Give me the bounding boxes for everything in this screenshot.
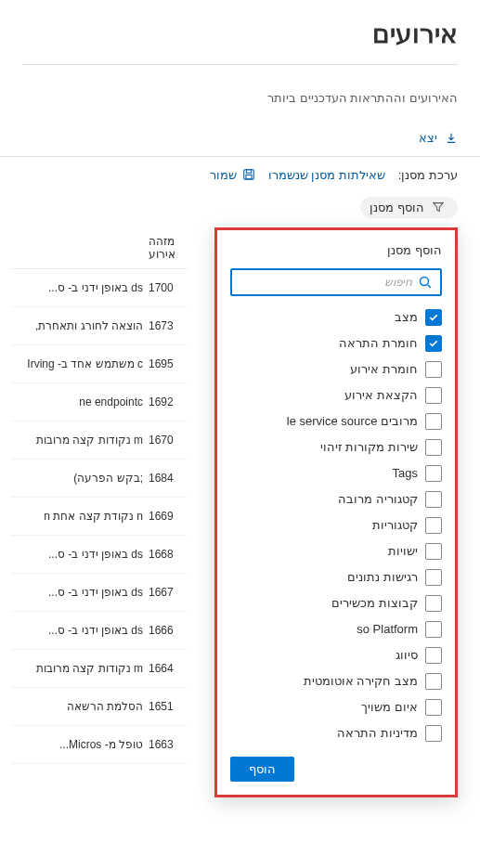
incident-name: ;בקש הפרעה) bbox=[11, 472, 143, 485]
add-filter-pill[interactable]: הוסף מסנן bbox=[360, 197, 458, 218]
checkbox[interactable] bbox=[425, 413, 442, 430]
table-row[interactable]: 1663טופל מ- Micros... bbox=[11, 726, 188, 764]
checkbox[interactable] bbox=[425, 465, 442, 482]
table-row[interactable]: 1669n נקודת קצה אחת n bbox=[11, 498, 188, 536]
save-label: שמור bbox=[210, 168, 237, 182]
add-filter-pill-label: הוסף מסנן bbox=[370, 201, 424, 214]
incident-id: 1669 bbox=[149, 510, 188, 523]
filter-option-label: מרובים le service source bbox=[287, 414, 418, 428]
filter-option-label: סיווג bbox=[396, 648, 418, 662]
page-title: אירועים bbox=[22, 19, 458, 49]
table-row[interactable]: 1700ds באופן ידני ב- ס... bbox=[11, 269, 188, 307]
incident-id: 1670 bbox=[149, 434, 188, 447]
incident-name: הסלמת הרשאה bbox=[11, 700, 143, 713]
filter-option[interactable]: חומרת התראה bbox=[230, 335, 442, 352]
table-header: מזהה אירוע bbox=[11, 227, 188, 269]
col-header-id[interactable]: מזהה אירוע bbox=[149, 235, 188, 261]
table-row[interactable]: 1664m נקודות קצה מרובות bbox=[11, 650, 188, 688]
table-row[interactable]: 1666ds באופן ידני ב- ס... bbox=[11, 612, 188, 650]
table-row[interactable]: 1668ds באופן ידני ב- ס... bbox=[11, 536, 188, 574]
filter-icon bbox=[432, 201, 445, 214]
checkbox[interactable] bbox=[425, 439, 442, 456]
filter-option-label: קטגוריות bbox=[372, 518, 418, 532]
export-button[interactable]: יצא bbox=[419, 131, 458, 145]
incident-name: ds באופן ידני ב- ס... bbox=[11, 281, 143, 294]
filter-search-box[interactable] bbox=[230, 268, 442, 296]
filter-option-label: הקצאת אירוע bbox=[344, 388, 418, 402]
incident-id: 1651 bbox=[149, 700, 188, 713]
filter-option[interactable]: Tags bbox=[230, 465, 442, 482]
checkbox[interactable] bbox=[425, 569, 442, 586]
checkbox[interactable] bbox=[425, 335, 442, 352]
checkbox[interactable] bbox=[425, 517, 442, 534]
save-icon bbox=[242, 168, 255, 181]
search-icon bbox=[418, 275, 433, 290]
table-row[interactable]: 1692ne endpointc bbox=[11, 383, 188, 421]
checkbox[interactable] bbox=[425, 673, 442, 690]
checkbox[interactable] bbox=[425, 595, 442, 612]
table-row[interactable]: 1695c משתמש אחד ב- Irving bbox=[11, 345, 188, 383]
add-button[interactable]: הוסף bbox=[230, 757, 294, 782]
filter-option-label: רגישות נתונים bbox=[347, 570, 418, 584]
svg-rect-1 bbox=[246, 170, 251, 174]
filter-option[interactable]: קטגוריה מרובה bbox=[230, 491, 442, 508]
download-icon bbox=[445, 132, 458, 145]
filter-option-label: ישויות bbox=[388, 544, 418, 558]
filter-option-label: Tags bbox=[393, 466, 418, 480]
filter-search-input[interactable] bbox=[240, 274, 418, 291]
toolbar: יצא bbox=[0, 123, 480, 157]
incident-id: 1664 bbox=[149, 662, 188, 675]
filter-option[interactable]: ישויות bbox=[230, 543, 442, 560]
export-label: יצא bbox=[419, 131, 437, 145]
header-divider bbox=[22, 64, 458, 65]
filter-option[interactable]: סיווג bbox=[230, 647, 442, 664]
filter-option-label: מצב bbox=[395, 310, 418, 324]
filter-option[interactable]: מצב חקירה אוטומטית bbox=[230, 673, 442, 690]
svg-point-3 bbox=[421, 277, 429, 285]
filter-option[interactable]: so Platform bbox=[230, 621, 442, 638]
checkbox[interactable] bbox=[425, 491, 442, 508]
filter-option[interactable]: איום משויך bbox=[230, 699, 442, 716]
filter-option[interactable]: מרובים le service source bbox=[230, 413, 442, 430]
checkbox[interactable] bbox=[425, 647, 442, 664]
incident-name: n נקודת קצה אחת n bbox=[11, 510, 143, 523]
filter-option[interactable]: קבוצות מכשירים bbox=[230, 595, 442, 612]
checkbox[interactable] bbox=[425, 361, 442, 378]
filter-option[interactable]: מצב bbox=[230, 309, 442, 326]
filter-option-label: מצב חקירה אוטומטית bbox=[304, 674, 418, 688]
page-subtitle: האירועים וההתראות העדכניים ביותר bbox=[0, 74, 480, 123]
incident-name: m נקודות קצה מרובות bbox=[11, 434, 143, 447]
table-row[interactable]: 1670m נקודות קצה מרובות bbox=[11, 421, 188, 460]
checkbox[interactable] bbox=[425, 543, 442, 560]
table-row[interactable]: 1651הסלמת הרשאה bbox=[11, 688, 188, 726]
svg-rect-2 bbox=[245, 175, 251, 178]
checkbox[interactable] bbox=[425, 309, 442, 326]
incident-id: 1673 bbox=[149, 319, 188, 332]
filter-option[interactable]: הקצאת אירוע bbox=[230, 387, 442, 404]
checkbox[interactable] bbox=[425, 699, 442, 716]
saved-filter-queries-link[interactable]: שאילתות מסנן שנשמרו bbox=[268, 168, 385, 182]
table-row[interactable]: 1684;בקש הפרעה) bbox=[11, 460, 188, 498]
incident-name: c משתמש אחד ב- Irving bbox=[11, 357, 143, 370]
checkbox[interactable] bbox=[425, 621, 442, 638]
filter-option-label: שירות מקורות זיהוי bbox=[320, 440, 418, 454]
incident-id: 1666 bbox=[149, 624, 188, 637]
filter-option[interactable]: קטגוריות bbox=[230, 517, 442, 534]
filter-option[interactable]: רגישות נתונים bbox=[230, 569, 442, 586]
checkbox[interactable] bbox=[425, 387, 442, 404]
filter-option[interactable]: חומרת אירוע bbox=[230, 361, 442, 378]
filter-option[interactable]: שירות מקורות זיהוי bbox=[230, 439, 442, 456]
checkbox[interactable] bbox=[425, 725, 442, 742]
filter-panel-title: הוסף מסנן bbox=[230, 243, 442, 257]
filter-options-list: מצבחומרת התראהחומרת אירועהקצאת אירועמרוב… bbox=[230, 309, 442, 742]
table-row[interactable]: 1667ds באופן ידני ב- ס... bbox=[11, 574, 188, 612]
table-row[interactable]: 1673הוצאה לחורג ותאחרת, bbox=[11, 307, 188, 345]
filter-option-label: חומרת התראה bbox=[339, 336, 418, 350]
save-button[interactable]: שמור bbox=[210, 168, 255, 182]
incident-id: 1692 bbox=[149, 395, 188, 408]
incident-id: 1684 bbox=[149, 472, 188, 485]
incident-name: m נקודות קצה מרובות bbox=[11, 662, 143, 675]
filter-option-label: קבוצות מכשירים bbox=[331, 596, 418, 610]
incident-id: 1667 bbox=[149, 586, 188, 599]
filter-option[interactable]: מדיניות התראה bbox=[230, 725, 442, 742]
